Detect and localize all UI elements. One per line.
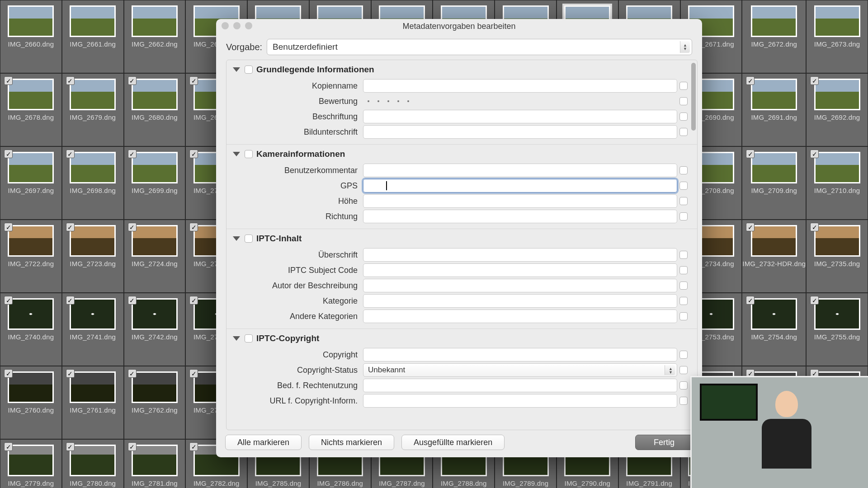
caption-input[interactable]	[363, 125, 677, 139]
thumbnail-image[interactable]	[9, 7, 52, 36]
section-basic-header[interactable]: Grundlegende Informationen	[226, 60, 697, 78]
thumbnail-image[interactable]	[133, 7, 176, 36]
thumbnail-cell[interactable]: ✓IMG_2781.dng	[124, 439, 186, 488]
rating-checkbox[interactable]	[679, 97, 688, 105]
thumbnail-checkbox[interactable]: ✓	[128, 442, 137, 451]
thumbnail-checkbox[interactable]: ✓	[746, 76, 755, 85]
thumbnail-image[interactable]	[71, 80, 114, 109]
thumbnail-checkbox[interactable]: ✓	[66, 369, 75, 378]
thumbnail-cell[interactable]: ✓IMG_2698.dng	[62, 146, 124, 220]
thumbnail-checkbox[interactable]: ✓	[746, 223, 755, 231]
thumbnail-image[interactable]	[71, 226, 114, 255]
descauthor-checkbox[interactable]	[679, 282, 688, 290]
disclosure-triangle-icon[interactable]	[233, 236, 240, 241]
category-checkbox[interactable]	[679, 297, 688, 305]
label-checkbox[interactable]	[679, 113, 688, 121]
thumbnail-image[interactable]	[9, 226, 52, 255]
thumbnail-image[interactable]	[9, 80, 52, 109]
thumbnail-cell[interactable]: IMG_2673.dng	[806, 0, 868, 73]
copyright-checkbox[interactable]	[679, 351, 688, 359]
thumbnail-image[interactable]	[71, 300, 114, 328]
thumbnail-cell[interactable]: ✓IMG_2724.dng	[124, 220, 186, 293]
thumbnail-cell[interactable]: ✓IMG_2741.dng	[62, 293, 124, 366]
thumbnail-image[interactable]	[133, 226, 176, 255]
mark-filled-button[interactable]: Ausgefüllte markieren	[401, 435, 505, 450]
thumbnail-cell[interactable]: ✓IMG_2754.dng	[742, 293, 806, 366]
thumbnail-checkbox[interactable]: ✓	[810, 296, 819, 305]
thumbnail-image[interactable]	[71, 7, 114, 36]
thumbnail-checkbox[interactable]: ✓	[128, 296, 137, 305]
thumbnail-image[interactable]	[816, 300, 859, 328]
usercomment-checkbox[interactable]	[679, 166, 688, 174]
done-button[interactable]: Fertig	[635, 435, 693, 450]
mark-all-button[interactable]: Alle markieren	[225, 435, 302, 450]
thumbnail-cell[interactable]: ✓IMG_2760.dng	[0, 366, 62, 439]
thumbnail-cell[interactable]: IMG_2661.dng	[62, 0, 124, 73]
rights-checkbox[interactable]	[679, 381, 688, 389]
zoom-icon[interactable]	[245, 22, 252, 29]
thumbnail-checkbox[interactable]: ✓	[66, 150, 75, 158]
thumbnail-checkbox[interactable]: ✓	[4, 442, 13, 451]
thumbnail-cell[interactable]: ✓IMG_2678.dng	[0, 73, 62, 146]
usercomment-input[interactable]	[363, 164, 677, 177]
thumbnail-checkbox[interactable]: ✓	[810, 76, 819, 85]
thumbnail-checkbox[interactable]: ✓	[810, 150, 819, 158]
thumbnail-image[interactable]	[752, 226, 796, 255]
thumbnail-image[interactable]	[133, 153, 176, 182]
copyright-status-select[interactable]: Unbekannt ▲▼	[363, 363, 677, 377]
thumbnail-cell[interactable]: ✓IMG_2697.dng	[0, 146, 62, 220]
section-copyright-header[interactable]: IPTC-Copyright	[226, 329, 697, 347]
thumbnail-image[interactable]	[816, 153, 859, 182]
thumbnail-cell[interactable]: ✓IMG_2732-HDR.dng	[742, 220, 806, 293]
thumbnail-cell[interactable]: ✓IMG_2722.dng	[0, 220, 62, 293]
thumbnail-cell[interactable]: ✓IMG_2761.dng	[62, 366, 124, 439]
thumbnail-cell[interactable]: ✓IMG_2740.dng	[0, 293, 62, 366]
thumbnail-image[interactable]	[71, 153, 114, 182]
scrollbar-thumb[interactable]	[691, 63, 696, 131]
minimize-icon[interactable]	[233, 22, 241, 29]
thumbnail-cell[interactable]: ✓IMG_2762.dng	[124, 366, 186, 439]
thumbnail-cell[interactable]: ✓IMG_2710.dng	[806, 146, 868, 220]
thumbnail-checkbox[interactable]: ✓	[746, 369, 755, 378]
thumbnail-cell[interactable]: ✓IMG_2735.dng	[806, 220, 868, 293]
disclosure-triangle-icon[interactable]	[233, 67, 240, 72]
othercat-input[interactable]	[363, 310, 677, 323]
section-camera-checkbox[interactable]	[245, 150, 253, 158]
thumbnail-image[interactable]	[816, 80, 859, 109]
thumbnail-image[interactable]	[752, 300, 796, 328]
thumbnail-checkbox[interactable]: ✓	[189, 76, 198, 85]
thumbnail-checkbox[interactable]: ✓	[746, 296, 755, 305]
preset-select[interactable]: Benutzerdefiniert ▲▼	[267, 39, 692, 55]
section-copyright-checkbox[interactable]	[245, 334, 253, 343]
thumbnail-cell[interactable]: ✓IMG_2679.dng	[62, 73, 124, 146]
thumbnail-checkbox[interactable]: ✓	[189, 150, 198, 158]
thumbnail-checkbox[interactable]: ✓	[128, 369, 137, 378]
thumbnail-checkbox[interactable]: ✓	[4, 76, 13, 85]
thumbnail-checkbox[interactable]: ✓	[4, 223, 13, 231]
subject-input[interactable]	[363, 263, 677, 277]
thumbnail-cell[interactable]: ✓IMG_2699.dng	[124, 146, 186, 220]
thumbnail-checkbox[interactable]: ✓	[189, 223, 198, 231]
thumbnail-image[interactable]	[9, 300, 52, 328]
thumbnail-checkbox[interactable]: ✓	[128, 223, 137, 231]
category-input[interactable]	[363, 294, 677, 308]
thumbnail-cell[interactable]: ✓IMG_2755.dng	[806, 293, 868, 366]
thumbnail-cell[interactable]: ✓IMG_2680.dng	[124, 73, 186, 146]
copyright-url-checkbox[interactable]	[679, 397, 688, 405]
thumbnail-image[interactable]	[752, 80, 796, 109]
thumbnail-image[interactable]	[133, 446, 176, 475]
section-camera-header[interactable]: Kamerainformationen	[226, 145, 697, 163]
thumbnail-checkbox[interactable]: ✓	[66, 442, 75, 451]
direction-checkbox[interactable]	[679, 212, 688, 221]
direction-input[interactable]	[363, 210, 677, 223]
close-icon[interactable]	[222, 22, 229, 29]
thumbnail-cell[interactable]: IMG_2662.dng	[124, 0, 186, 73]
mark-none-button[interactable]: Nichts markieren	[309, 435, 394, 450]
thumbnail-image[interactable]	[9, 153, 52, 182]
thumbnail-checkbox[interactable]: ✓	[4, 296, 13, 305]
rating-input[interactable]	[363, 94, 677, 108]
thumbnail-image[interactable]	[816, 226, 859, 255]
thumbnail-image[interactable]	[71, 373, 114, 402]
label-input[interactable]	[363, 110, 677, 123]
thumbnail-checkbox[interactable]: ✓	[189, 296, 198, 305]
